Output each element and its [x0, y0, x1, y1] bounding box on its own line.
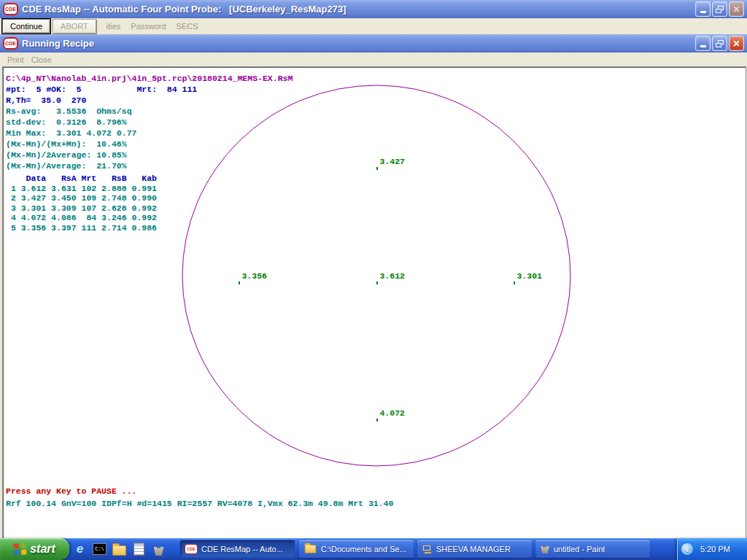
table-cell: 3.631 — [46, 184, 76, 194]
wafer-point-value: 3.301 — [516, 271, 542, 281]
paint-icon[interactable] — [152, 542, 166, 556]
table-cell: 107 — [77, 203, 97, 214]
wafer-point-label-bottom: 4.072 — [349, 399, 405, 440]
instrument-status-line: Rrf 100.14 GnV=100 IDPf=H #d=1415 RI=255… — [6, 499, 393, 508]
close-icon: ✕ — [732, 39, 740, 48]
wafer-point-value: 3.427 — [379, 157, 405, 166]
table-header-rsa: RsA — [46, 174, 76, 184]
probe-point-tick-icon — [376, 167, 378, 170]
menu-print[interactable]: Print — [7, 55, 24, 64]
wafer-point-value: 3.612 — [379, 271, 405, 281]
table-cell: 109 — [77, 193, 97, 203]
minimize-button[interactable] — [695, 1, 711, 17]
windows-flag-icon — [14, 542, 27, 555]
recipe-minimize-button[interactable] — [695, 36, 711, 51]
probe-point-tick-icon — [239, 281, 240, 284]
wafer-point-value: 3.356 — [241, 271, 267, 281]
paint-cup-icon — [154, 547, 164, 556]
start-button-label: start — [30, 542, 55, 556]
quick-launch-bar: e C:\ — [73, 541, 166, 557]
folder-icon — [112, 545, 126, 556]
table-cell: 3.246 — [96, 213, 126, 223]
table-cell: 2.748 — [96, 193, 126, 203]
table-row: 2 — [6, 193, 16, 203]
taskbar-item-cde-resmap[interactable]: CDE CDE ResMap -- Auto... — [180, 540, 295, 558]
table-row: 1 — [6, 184, 16, 194]
computer-icon — [422, 545, 433, 554]
ie-glyph: e — [77, 542, 83, 556]
start-button[interactable]: start — [0, 538, 69, 560]
restore-icon — [716, 6, 724, 13]
probe-point-tick-icon — [514, 281, 515, 284]
taskbar: start e C:\ CDE CDE ResMap -- Auto... C:… — [0, 538, 747, 560]
recipe-output-area: C:\4p_NT\Nanolab_4in.prj\4in_5pt.rcp\201… — [2, 66, 746, 540]
table-cell: 4.086 — [46, 213, 76, 223]
table-cell: 3.450 — [46, 193, 76, 203]
recipe-close-button[interactable]: ✕ — [729, 36, 744, 51]
table-header-index — [6, 174, 16, 184]
taskbar-item-label: SHEEVA MANAGER — [436, 545, 511, 553]
table-cell: 0.990 — [127, 193, 157, 203]
cde-app-icon: CDE — [3, 3, 18, 15]
restore-icon — [716, 40, 724, 47]
taskbar-item-label: C:\Documents and Se... — [321, 545, 406, 553]
main-window-titlebar: CDE CDE ResMap -- Automatic Four Point P… — [0, 0, 747, 18]
menu-secs[interactable]: SECS — [177, 22, 198, 31]
table-cell: 2.714 — [96, 223, 126, 233]
taskbar-item-label: CDE ResMap -- Auto... — [201, 545, 283, 553]
cde-recipe-icon-text: CDE — [5, 41, 16, 46]
table-cell: 3.612 — [16, 184, 46, 194]
menu-utilities-partial[interactable]: ities — [107, 22, 121, 31]
menu-password[interactable]: Password — [131, 22, 166, 31]
taskbar-item-documents-folder[interactable]: C:\Documents and Se... — [299, 540, 414, 558]
close-icon: ✕ — [732, 5, 740, 14]
wafer-point-label-right: 3.301 — [487, 262, 542, 303]
recipe-restore-button[interactable] — [712, 36, 727, 51]
folder-shortcut-icon[interactable] — [112, 542, 126, 556]
close-button: ✕ — [729, 1, 744, 17]
minimize-icon — [700, 45, 706, 47]
abort-button: ABORT — [53, 19, 96, 34]
table-cell: 0.986 — [127, 223, 157, 233]
taskbar-clock: 5:20 PM — [700, 545, 730, 553]
taskbar-item-label: untitled - Paint — [554, 545, 605, 553]
notepad-glyph-icon — [133, 542, 144, 556]
table-cell: 111 — [77, 223, 97, 233]
taskbar-item-sheeva-manager[interactable]: SHEEVA MANAGER — [417, 540, 532, 558]
menu-close[interactable]: Close — [31, 55, 52, 64]
continue-button[interactable]: Continue — [2, 19, 50, 34]
folder-icon — [304, 545, 316, 553]
hide-icons-chevron-icon[interactable]: ‹ — [681, 543, 693, 555]
table-cell: 84 — [77, 213, 97, 223]
minimize-icon — [700, 11, 706, 13]
table-header-data: Data — [16, 174, 46, 184]
table-cell: 4.072 — [16, 213, 46, 223]
table-header-mrt: Mrt — [77, 174, 97, 184]
wafer-point-label-left: 3.356 — [212, 262, 267, 303]
wafer-point-value: 4.072 — [379, 408, 405, 418]
probe-point-tick-icon — [376, 281, 378, 284]
wafer-point-label-center: 3.612 — [349, 262, 405, 303]
table-row: 4 — [6, 213, 16, 223]
table-cell: 0.992 — [127, 203, 157, 214]
pause-prompt: Press any Key to PAUSE ... — [6, 486, 136, 496]
table-cell: 0.992 — [127, 213, 157, 223]
table-cell: 3.356 — [16, 223, 46, 233]
notepad-icon[interactable] — [132, 542, 146, 556]
table-cell: 2.888 — [96, 184, 126, 194]
table-cell: 0.991 — [127, 184, 157, 194]
taskbar-item-paint[interactable]: untitled - Paint — [535, 540, 650, 558]
cde-app-icon-text: CDE — [5, 7, 16, 12]
restore-button[interactable] — [712, 1, 727, 17]
table-cell: 3.397 — [46, 223, 76, 233]
desktop: CDE CDE ResMap -- Automatic Four Point P… — [0, 0, 747, 560]
table-row: 3 — [6, 203, 16, 214]
recipe-menubar: Print Close — [0, 52, 747, 66]
table-cell: 3.309 — [46, 203, 76, 214]
recipe-window-titlebar: CDE Running Recipe ✕ — [0, 34, 747, 52]
wafer-point-label-top: 3.427 — [349, 147, 405, 189]
command-prompt-icon[interactable]: C:\ — [93, 542, 107, 556]
internet-explorer-icon[interactable]: e — [73, 542, 87, 556]
system-tray: ‹ 5:20 PM — [677, 538, 747, 560]
table-cell: 102 — [77, 184, 97, 194]
